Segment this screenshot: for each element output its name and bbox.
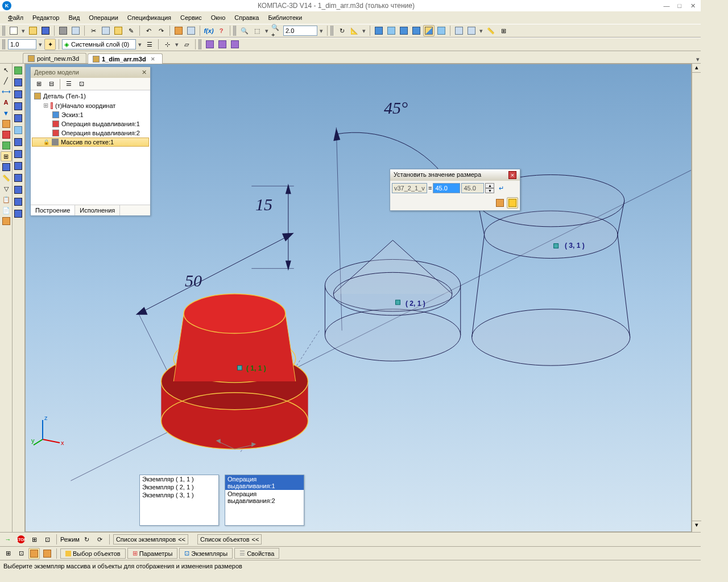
scale-input[interactable] xyxy=(8,39,36,49)
minimize-button[interactable]: — xyxy=(661,2,672,9)
instance-item-1[interactable]: Экземпляр ( 1, 1 ) xyxy=(140,475,218,483)
mirror-tool[interactable] xyxy=(13,208,24,219)
step-up-button[interactable]: ▲ xyxy=(485,183,494,188)
instance-list-button[interactable]: Список экземпляров<< xyxy=(113,534,188,544)
menu-spec[interactable]: Спецификация xyxy=(124,13,175,22)
dropdown-icon[interactable]: ▾ xyxy=(478,27,484,35)
datum-tool[interactable] xyxy=(1,130,12,140)
stop-button[interactable]: STOP xyxy=(15,534,27,545)
instance-list[interactable]: Экземпляр ( 1, 1 ) Экземпляр ( 2, 1 ) Эк… xyxy=(139,475,219,526)
thread-tool[interactable] xyxy=(13,196,24,207)
link-button[interactable] xyxy=(507,197,518,209)
tree-extrude2-node[interactable]: Операция выдавливания:2 xyxy=(32,128,149,138)
save-button[interactable] xyxy=(40,25,51,36)
new-button[interactable] xyxy=(8,25,19,36)
vertical-scrollbar[interactable]: ▴ ▾ xyxy=(692,64,701,532)
library-button[interactable] xyxy=(173,25,184,36)
draft-tool[interactable] xyxy=(13,184,24,196)
tree-tab-build[interactable]: Построение xyxy=(31,205,75,215)
shade-rendered-button[interactable] xyxy=(411,25,422,36)
prop-tab-select[interactable]: Выбор объектов xyxy=(60,548,126,559)
redo-button[interactable]: ↷ xyxy=(155,25,167,36)
dim-tool[interactable]: ⟷ xyxy=(1,86,12,97)
pointer-tool[interactable]: ↖ xyxy=(1,65,12,75)
render3-button[interactable] xyxy=(229,39,241,50)
paste-button[interactable] xyxy=(113,25,124,36)
snap-button[interactable]: ✦ xyxy=(44,39,56,50)
pb-btn2[interactable]: ⊡ xyxy=(15,548,27,559)
tree-collapse-button[interactable]: ⊟ xyxy=(46,78,57,90)
print-button[interactable] xyxy=(57,25,69,36)
prev-value-field[interactable] xyxy=(461,183,484,193)
layer-combo[interactable]: ◈Системный слой (0) xyxy=(62,39,136,49)
shade-wire-button[interactable] xyxy=(373,25,384,36)
tree-extrude1-node[interactable]: Операция выдавливания:1 xyxy=(32,119,149,128)
dropdown-icon[interactable]: ▾ xyxy=(318,27,324,35)
value-field[interactable] xyxy=(433,183,460,193)
dialog-title-bar[interactable]: Установить значение размера × xyxy=(390,169,520,181)
filter-tool[interactable]: ▽ xyxy=(1,184,12,194)
variables-button[interactable]: f(x) xyxy=(203,25,214,36)
dropdown-icon[interactable]: ▾ xyxy=(361,27,367,35)
undo-button[interactable]: ↶ xyxy=(143,25,154,36)
menu-help[interactable]: Справка xyxy=(231,13,262,22)
pb-btn4[interactable] xyxy=(42,548,53,559)
open-button[interactable] xyxy=(27,25,39,36)
close-tab-icon[interactable]: ✕ xyxy=(151,56,155,62)
var-name-field[interactable] xyxy=(392,183,427,193)
sketch-tool[interactable] xyxy=(1,119,12,129)
close-icon[interactable]: ✕ xyxy=(142,69,147,76)
object-list-button[interactable]: Список объектов<< xyxy=(197,534,262,544)
object-item-1[interactable]: Операция выдавливания:1 xyxy=(225,475,304,490)
loft-tool[interactable] xyxy=(13,101,24,112)
help-button[interactable]: ? xyxy=(216,25,227,36)
dropdown-icon[interactable]: ▾ xyxy=(20,27,26,35)
section2-button[interactable] xyxy=(466,25,477,36)
menu-libraries[interactable]: Библиотеки xyxy=(264,13,305,22)
measure-button[interactable]: 📏 xyxy=(485,25,497,36)
orient-button[interactable]: 📐 xyxy=(349,25,360,36)
layer-mgr-button[interactable]: ☰ xyxy=(144,39,155,50)
preview-button[interactable] xyxy=(70,25,81,36)
instance-item-2[interactable]: Экземпляр ( 2, 1 ) xyxy=(140,483,218,491)
doc-tab-dim-arr[interactable]: 1_dim_arr.m3d ✕ xyxy=(88,53,163,64)
shade-solid-button[interactable] xyxy=(386,25,397,36)
brush-button[interactable]: ✎ xyxy=(125,25,136,36)
tree-tab-exec[interactable]: Исполнения xyxy=(75,205,120,215)
apply-button[interactable]: ↵ xyxy=(495,182,507,194)
prop-tab-instances[interactable]: ⊡Экземпляры xyxy=(179,548,233,559)
prop-tab-params[interactable]: ⊞Параметры xyxy=(127,548,178,559)
maximize-button[interactable]: □ xyxy=(674,2,685,9)
menu-service[interactable]: Сервис xyxy=(177,13,205,22)
menu-window[interactable]: Окно xyxy=(208,13,229,22)
csys-button[interactable]: ⊹ xyxy=(162,39,173,50)
doc-tab-point-new[interactable]: point_new.m3d xyxy=(23,53,86,63)
menu-operations[interactable]: Операции xyxy=(85,13,121,22)
menu-edit[interactable]: Редактор xyxy=(29,13,63,22)
line-tool[interactable]: ╱ xyxy=(1,76,12,86)
dropdown-icon[interactable]: ▾ xyxy=(174,41,180,48)
tree-view2-button[interactable]: ⊡ xyxy=(76,78,87,90)
dialog-close-icon[interactable]: × xyxy=(508,171,516,179)
close-button[interactable]: ✕ xyxy=(687,2,698,10)
measure-tool[interactable]: 📏 xyxy=(1,173,12,183)
perspective-button[interactable] xyxy=(436,25,447,36)
plane-button[interactable]: ▱ xyxy=(181,39,192,50)
aux-tool[interactable] xyxy=(1,162,12,172)
shade-combo-button[interactable] xyxy=(423,25,435,36)
object-list[interactable]: Операция выдавливания:1 Операция выдавли… xyxy=(225,475,304,526)
rotate-button[interactable]: ↻ xyxy=(336,25,348,36)
tabs-dropdown-icon[interactable]: ▾ xyxy=(695,56,701,63)
mold-tool[interactable] xyxy=(1,216,12,226)
tree-coord-node[interactable]: ⊞ (т)Начало координат xyxy=(32,101,149,110)
surface-tool[interactable] xyxy=(1,140,12,151)
pb-btn1[interactable]: ⊞ xyxy=(2,548,14,559)
chamfer-tool[interactable] xyxy=(13,148,24,160)
pb-btn3[interactable] xyxy=(28,548,40,559)
menu-view[interactable]: Вид xyxy=(65,13,83,22)
apply-op-button[interactable]: → xyxy=(2,534,14,545)
render-button[interactable] xyxy=(204,39,216,50)
prop-tab-properties[interactable]: ☰Свойства xyxy=(234,548,279,559)
fillet-tool[interactable] xyxy=(13,136,24,148)
copy-button[interactable] xyxy=(100,25,111,36)
